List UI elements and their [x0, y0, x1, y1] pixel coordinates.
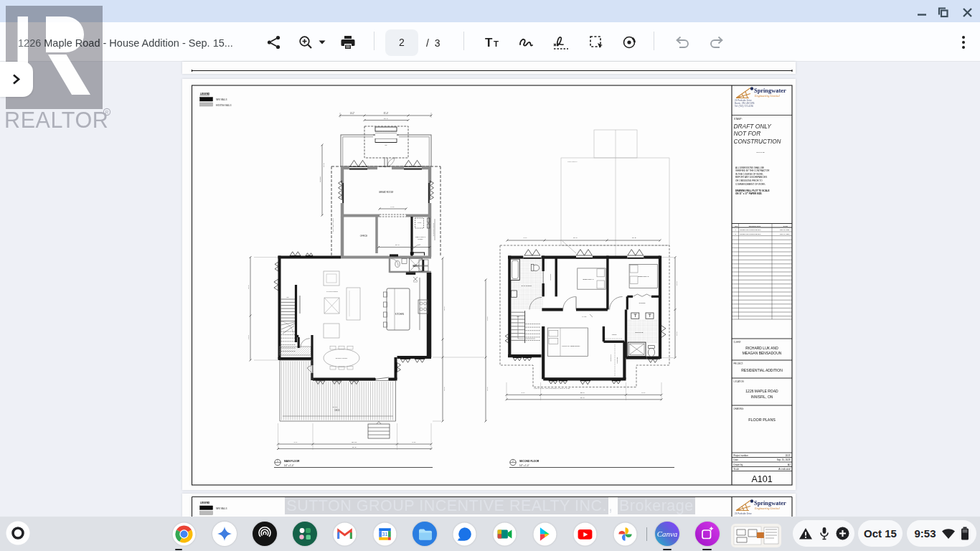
svg-text:AJ: AJ: [788, 463, 791, 466]
svg-text:VERIFIED BY THE CONTRACTOR: VERIFIED BY THE CONTRACTOR: [735, 169, 770, 172]
svg-text:8'-2": 8'-2": [413, 441, 416, 443]
svg-text:10'-6": 10'-6": [384, 118, 388, 120]
svg-text:1/4" = 1'-0": 1/4" = 1'-0": [519, 464, 529, 467]
svg-text:DINING ROOM: DINING ROOM: [336, 357, 347, 359]
svg-text:12'-0": 12'-0": [676, 331, 677, 336]
svg-text:3 SEASON RM ABV: 3 SEASON RM ABV: [433, 222, 434, 236]
svg-text:DATE: DATE: [783, 225, 788, 227]
svg-text:Engineering Limited: Engineering Limited: [754, 94, 780, 98]
svg-text:DESCRIPTION: DESCRIPTION: [749, 225, 761, 227]
svg-text:KITCHEN: KITCHEN: [395, 313, 404, 316]
svg-text:2: 2: [735, 233, 737, 235]
svg-text:2: 2: [512, 460, 514, 463]
svg-text:Drawn by: Drawn by: [734, 463, 743, 466]
svg-text:SEP. 15, 2023: SEP. 15, 2023: [780, 229, 790, 231]
svg-text:BATHROOM: BATHROOM: [522, 285, 532, 287]
svg-text:INNISFIL, ON: INNISFIL, ON: [751, 395, 773, 399]
svg-text:29'-10": 29'-10": [333, 406, 338, 408]
svg-text:T: T: [494, 39, 499, 48]
svg-text:MEAGAN BENSADOUN: MEAGAN BENSADOUN: [743, 351, 782, 355]
svg-text:HALL: HALL: [582, 316, 587, 318]
svg-text:Project number: Project number: [734, 454, 748, 457]
svg-text:R: R: [105, 110, 109, 115]
svg-text:DECK: DECK: [334, 409, 339, 412]
svg-text:REALTOR: REALTOR: [4, 108, 108, 132]
svg-text:DRAWING:: DRAWING:: [734, 408, 744, 410]
svg-text:REPORT ANY DISCREPANCIES: REPORT ANY DISCREPANCIES: [735, 176, 767, 179]
svg-text:UP: UP: [385, 144, 387, 146]
svg-text:IN THE COURSE OF WORK.: IN THE COURSE OF WORK.: [735, 173, 764, 176]
svg-text:CLIENT:: CLIENT:: [734, 341, 742, 344]
svg-text:DRAFT ONLY: DRAFT ONLY: [734, 123, 773, 130]
svg-text:Canva: Canva: [656, 529, 677, 538]
svg-text:LINE OF ROOF ABOVE: LINE OF ROOF ABOVE: [332, 218, 334, 234]
svg-text:BEDROOM 3: BEDROOM 3: [583, 278, 594, 281]
svg-text:CLOSET: CLOSET: [639, 302, 646, 303]
svg-text:31: 31: [382, 531, 387, 537]
svg-text:Scale: Scale: [734, 468, 740, 471]
svg-text:Sep. 15, 2023: Sep. 15, 2023: [777, 458, 791, 461]
svg-text:FLOOR PLANS: FLOOR PLANS: [748, 418, 776, 422]
svg-text:11'-2": 11'-2": [632, 237, 636, 239]
svg-text:BEDROOM 2: BEDROOM 2: [638, 276, 649, 278]
svg-text:37'-7": 37'-7": [580, 397, 585, 399]
svg-text:12'-0": 12'-0": [443, 387, 445, 391]
svg-text:PRIMARY BEDROOM: PRIMARY BEDROOM: [562, 345, 580, 347]
svg-text:ALL DIMENSIONS SHALL BE: ALL DIMENSIONS SHALL BE: [735, 166, 764, 169]
svg-text:NO.: NO.: [735, 225, 739, 227]
svg-text:ON 11" x 17" PAPER SIZE.: ON 11" x 17" PAPER SIZE.: [735, 192, 762, 195]
svg-text:CLOSET: CLOSET: [550, 273, 551, 280]
svg-text:ISSUED FOR CLIENT REVIEW: ISSUED FOR CLIENT REVIEW: [740, 229, 760, 230]
svg-text:ISSUED FOR CLIENT REVIEW: ISSUED FOR CLIENT REVIEW: [740, 233, 760, 235]
svg-text:ROOF BELOW: ROOF BELOW: [567, 161, 578, 162]
svg-text:28'-0": 28'-0": [443, 306, 445, 311]
svg-text:ROOM: ROOM: [418, 238, 423, 240]
svg-text:OR OMISSIONS PRIOR TO: OR OMISSIONS PRIOR TO: [735, 179, 763, 182]
svg-text:14'-6": 14'-6": [486, 316, 488, 321]
svg-text:OCT. 10, 2023: OCT. 10, 2023: [780, 233, 790, 235]
svg-text:LIVING ROOM: LIVING ROOM: [326, 291, 338, 293]
svg-text:7'-7": 7'-7": [524, 237, 527, 239]
svg-text:Tel: (705) 727-4236: Tel: (705) 727-4236: [735, 105, 753, 108]
svg-text:LINE OF ROOF ABOVE (DOTTED) SH: LINE OF ROOF ABOVE (DOTTED) SHOWN DASHED: [534, 387, 570, 389]
svg-text:1226 MAPLE ROAD: 1226 MAPLE ROAD: [745, 389, 778, 393]
svg-text:10'-6": 10'-6": [573, 237, 578, 239]
svg-text:T: T: [485, 36, 493, 50]
svg-text:A101: A101: [751, 474, 772, 484]
svg-text:EXISTING WALLS: EXISTING WALLS: [216, 104, 232, 107]
svg-text:22'-0": 22'-0": [580, 392, 585, 394]
svg-text:RICHARD LUK AND: RICHARD LUK AND: [745, 346, 778, 350]
svg-text:20'-0": 20'-0": [248, 285, 249, 289]
svg-text:CLOSET: CLOSET: [616, 357, 618, 364]
svg-text:WALK-IN: WALK-IN: [610, 354, 611, 362]
svg-text:NOT TO BE: NOT TO BE: [756, 151, 765, 153]
svg-text:36'-3": 36'-3": [352, 446, 357, 448]
svg-text:UP: UP: [286, 296, 289, 298]
svg-text:ENSUITE: ENSUITE: [636, 331, 644, 334]
svg-text:13'-1": 13'-1": [676, 281, 677, 286]
svg-text:25'-10": 25'-10": [352, 441, 357, 443]
svg-text:14'-2": 14'-2": [350, 112, 355, 115]
svg-text:8'-1": 8'-1": [642, 392, 646, 394]
svg-text:LOCATION:: LOCATION:: [734, 380, 745, 383]
svg-text:1: 1: [277, 460, 278, 463]
svg-text:14'-2": 14'-2": [248, 335, 249, 339]
svg-text:11'-6": 11'-6": [395, 244, 400, 246]
svg-text:OFFICE: OFFICE: [360, 235, 367, 237]
svg-text:2017: 2017: [786, 454, 791, 457]
svg-text:LEGEND: LEGEND: [200, 93, 210, 95]
svg-text:12'-0": 12'-0": [486, 387, 488, 391]
svg-text:16'-3": 16'-3": [323, 163, 324, 167]
svg-text:PROJECT:: PROJECT:: [734, 362, 744, 365]
svg-text:GREAT ROOM: GREAT ROOM: [379, 191, 394, 194]
svg-text:9'-0": 9'-0": [391, 206, 395, 208]
svg-text:FURN: FURN: [418, 222, 422, 223]
svg-text:CONSTRUCTION: CONSTRUCTION: [734, 138, 781, 145]
svg-text:7'-6": 7'-6": [522, 392, 525, 394]
svg-text:MECHANICAL: MECHANICAL: [415, 236, 426, 237]
svg-text:NEW WALLS: NEW WALLS: [216, 98, 227, 101]
svg-text:STAMP:: STAMP:: [734, 118, 743, 121]
svg-text:BATH: BATH: [413, 265, 418, 268]
svg-text:SECOND FLOOR: SECOND FLOOR: [519, 460, 540, 463]
svg-text:PORCH: PORCH: [319, 176, 321, 182]
